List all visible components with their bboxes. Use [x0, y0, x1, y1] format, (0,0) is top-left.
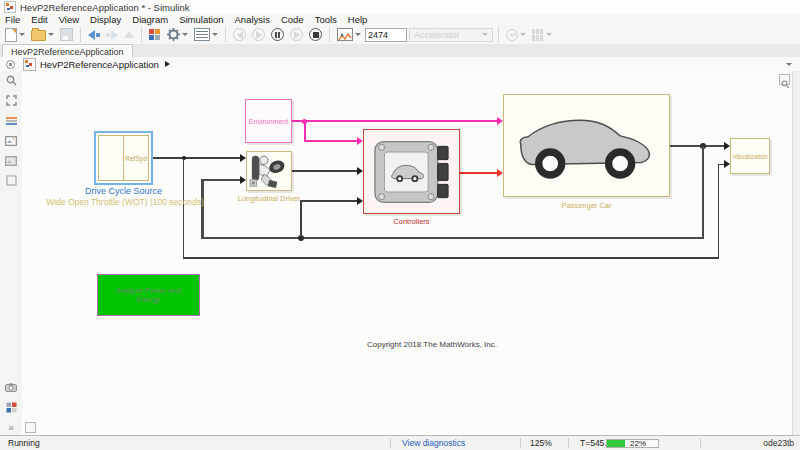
menu-analysis[interactable]: Analysis	[235, 14, 270, 25]
menu-code[interactable]: Code	[281, 14, 304, 25]
fit-to-view-icon[interactable]	[5, 94, 18, 107]
library-browser-icon	[149, 29, 161, 41]
step-back-button	[231, 26, 248, 43]
visualization-block[interactable]: Visualization	[730, 138, 770, 174]
simulink-app-icon	[4, 1, 16, 13]
wire-feedback-left-up[interactable]	[201, 180, 204, 239]
wire-refspd-down[interactable]	[183, 158, 184, 258]
image-icon[interactable]	[5, 154, 18, 167]
environment-block[interactable]: Environment	[245, 99, 292, 143]
wire-car-visualization[interactable]	[670, 145, 724, 148]
menu-tools[interactable]: Tools	[315, 14, 337, 25]
menu-simulation[interactable]: Simulation	[179, 14, 223, 25]
canvas-zoom-corner-icon[interactable]	[779, 74, 790, 85]
library-browser-button[interactable]	[147, 26, 163, 43]
wire-feedback-driver[interactable]	[201, 179, 240, 182]
pause-button[interactable]	[269, 26, 286, 43]
progress-fill	[607, 440, 625, 447]
model-tab[interactable]: HevP2ReferenceApplication	[2, 44, 133, 58]
menu-bar: File Edit View Display Diagram Simulatio…	[0, 14, 800, 25]
drive-cycle-source-label[interactable]: Drive Cycle Source	[51, 186, 196, 196]
analyze-power-energy-button[interactable]: Analyze Power and Energy	[97, 274, 200, 316]
wire-driver-controllers[interactable]	[292, 170, 357, 171]
menu-diagram[interactable]: Diagram	[132, 14, 168, 25]
model-settings-button[interactable]	[192, 26, 220, 43]
drive-cycle-source-block[interactable]: RefSpd	[98, 135, 149, 181]
building-icon	[532, 29, 544, 41]
visualization-label: Visualization	[732, 153, 767, 160]
wire-refspd[interactable]	[153, 157, 240, 158]
signal-highlight-icon[interactable]	[5, 114, 18, 127]
step-forward-button	[288, 26, 305, 43]
deploy-button	[530, 26, 554, 43]
view-diagnostics-link[interactable]: View diagnostics	[402, 438, 465, 448]
menu-display[interactable]: Display	[90, 14, 121, 25]
wire-feedback-bottom[interactable]	[201, 237, 704, 240]
gear-icon	[167, 28, 180, 41]
wire-refspd-bottom[interactable]	[183, 257, 718, 258]
wire-refspd-up[interactable]	[718, 164, 719, 259]
back-arrow-icon	[88, 30, 95, 40]
controllers-label[interactable]: Controllers	[363, 217, 460, 226]
dock-toggle-icon[interactable]	[6, 60, 15, 69]
menu-file[interactable]: File	[5, 14, 20, 25]
model-browser-icon[interactable]	[5, 401, 18, 414]
tab-strip: HevP2ReferenceApplication	[0, 44, 800, 58]
analyze-button-label: Analyze Power and Energy	[98, 286, 199, 304]
wire-environment-car[interactable]	[292, 120, 497, 122]
wire-feedback-controllers-up[interactable]	[300, 201, 302, 237]
wire-environment-controllers[interactable]	[304, 140, 357, 142]
menu-view[interactable]: View	[59, 14, 79, 25]
breadcrumb-options-icon[interactable]	[786, 63, 792, 66]
navigate-up-button	[122, 26, 136, 43]
longitudinal-driver-label[interactable]: Longitudinal Driver	[214, 194, 324, 203]
controllers-block[interactable]	[363, 129, 460, 214]
viewmark-box-icon[interactable]	[5, 174, 18, 187]
forward-arrow-icon	[111, 30, 118, 40]
workspace: »	[0, 71, 800, 436]
settings-board-icon	[194, 28, 210, 41]
model-configuration-button[interactable]	[165, 26, 190, 43]
drive-cycle-annotation[interactable]: Wide Open Throttle (WOT) (100 seconds)	[30, 197, 220, 207]
zoom-level: 125%	[530, 438, 552, 448]
solver-name: ode23tb	[763, 438, 794, 448]
menu-help[interactable]: Help	[348, 14, 368, 25]
navigate-forward-button	[104, 26, 120, 43]
stop-icon	[309, 28, 322, 41]
passenger-car-label[interactable]: Passenger Car	[503, 201, 670, 210]
breadcrumb-expand-icon[interactable]	[165, 61, 170, 67]
drive-cycle-port-label: RefSpd	[125, 155, 147, 162]
zoom-tool-icon[interactable]	[5, 74, 18, 87]
new-model-button[interactable]	[3, 26, 27, 43]
window-title: HevP2ReferenceApplication * - Simulink	[20, 2, 190, 13]
simulation-status: Running	[8, 438, 40, 448]
copyright-annotation: Copyright 2018 The MathWorks, Inc.	[317, 340, 547, 349]
wire-environment-down[interactable]	[304, 121, 306, 141]
breadcrumb: HevP2ReferenceApplication	[0, 57, 800, 72]
viewmark-camera-icon[interactable]	[5, 381, 18, 394]
simulation-stop-time-field[interactable]	[365, 28, 407, 42]
driver-graphic-icon	[247, 152, 290, 189]
wire-controllers-car[interactable]	[460, 172, 497, 174]
left-tool-palette: »	[0, 71, 23, 436]
longitudinal-driver-block[interactable]	[246, 151, 292, 191]
stop-button[interactable]	[307, 26, 324, 43]
step-forward-icon	[290, 28, 303, 41]
simulation-mode-dropdown: Accelerator	[409, 28, 493, 42]
open-model-button[interactable]	[29, 26, 56, 43]
breadcrumb-model-name[interactable]: HevP2ReferenceApplication	[40, 59, 159, 70]
menu-edit[interactable]: Edit	[31, 14, 47, 25]
annotation-image-icon[interactable]	[5, 134, 18, 147]
run-icon	[252, 28, 265, 41]
progress-percent: 22%	[630, 439, 646, 448]
passenger-car-block[interactable]	[503, 94, 670, 197]
navigate-back-button[interactable]	[86, 26, 102, 43]
wire-feedback-down[interactable]	[702, 146, 705, 238]
expand-palette-icon[interactable]: »	[5, 421, 18, 434]
model-canvas[interactable]: RefSpd Drive Cycle Source Wide Open Thro…	[22, 71, 793, 436]
hide-model-browser-icon[interactable]	[25, 422, 36, 433]
open-folder-icon	[31, 30, 46, 41]
drive-cycle-source-selection: RefSpd	[94, 131, 153, 185]
ecu-graphic-icon	[369, 134, 455, 210]
simulation-data-inspector-button[interactable]	[335, 26, 363, 43]
